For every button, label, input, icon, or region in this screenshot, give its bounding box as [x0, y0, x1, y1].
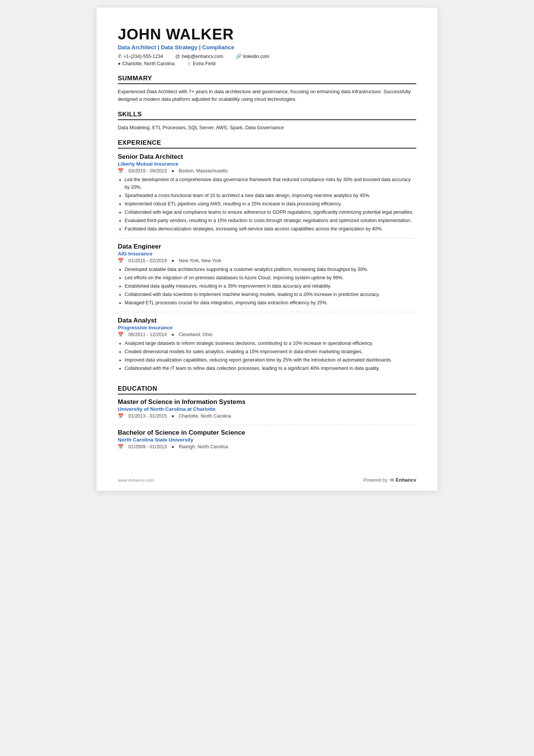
- extra-field-value: Extra Field: [193, 61, 215, 66]
- degree-2: Bachelor of Science in Computer Science: [118, 429, 416, 437]
- bullet-list-1: Led the development of a comprehensive d…: [125, 176, 416, 233]
- bullet-3-2: Created dimensional models for sales ana…: [125, 348, 416, 355]
- location-icon: ●: [118, 61, 121, 66]
- edu-location-2: Raleigh, North Carolina: [179, 444, 228, 449]
- edu-entry-2: Bachelor of Science in Computer Science …: [118, 429, 416, 455]
- job-title-3: Data Analyst: [118, 317, 416, 324]
- email-value: help@enhancv.com: [182, 54, 223, 59]
- job-meta-1: 📅 03/2019 - 09/2023 ● Boston, Massachuse…: [118, 168, 416, 174]
- edu-date-1: 01/2013 - 01/2015: [128, 413, 167, 419]
- location-value: Charlotte, North Carolina: [122, 61, 175, 66]
- resume-page: JOHN WALKER Data Architect | Data Strate…: [97, 8, 437, 491]
- bullet-1-2: Spearheaded a cross-functional team of 1…: [125, 192, 416, 199]
- calendar-icon-edu-1: 📅: [118, 413, 124, 419]
- edu-entry-1: Master of Science in Information Systems…: [118, 398, 416, 425]
- bullet-1-3: Implemented robust ETL pipelines using A…: [125, 200, 416, 208]
- degree-1: Master of Science in Information Systems: [118, 398, 416, 406]
- header: JOHN WALKER Data Architect | Data Strate…: [118, 26, 416, 67]
- phone-value: +1-(234)-555-1234: [123, 54, 163, 59]
- email-icon: @: [175, 53, 180, 59]
- job-location-3: Cleveland, Ohio: [179, 332, 212, 337]
- bullet-2-4: Collaborated with data scientists to imp…: [125, 291, 416, 298]
- job-entry-1: Senior Data Architect Liberty Mutual Ins…: [118, 153, 416, 238]
- calendar-icon-edu-2: 📅: [118, 444, 124, 449]
- bullet-1-4: Collaborated with legal and compliance t…: [125, 208, 416, 216]
- school-2: North Carolina State University: [118, 437, 416, 443]
- experience-section: EXPERIENCE Senior Data Architect Liberty…: [118, 139, 416, 377]
- enhancv-logo: ∞ Enhancv: [390, 476, 416, 484]
- bullet-1-5: Evaluated third-party vendors, resulting…: [125, 217, 416, 224]
- page-footer: www.enhancv.com Powered by ∞ Enhancv: [118, 476, 416, 484]
- date-range-3: 08/2011 - 12/2014: [128, 332, 167, 337]
- school-1: University of North Carolina at Charlott…: [118, 406, 416, 412]
- job-entry-3: Data Analyst Progressive Insurance 📅 08/…: [118, 317, 416, 377]
- bullet-list-3: Analyzed large datasets to inform strate…: [125, 340, 416, 372]
- location-icon-2: ●: [171, 258, 174, 263]
- bullet-list-2: Developed scalable data architectures su…: [125, 266, 416, 307]
- skills-section: SKILLS Data Modeling, ETL Processes, SQL…: [118, 111, 416, 131]
- candidate-title: Data Architect | Data Strategy | Complia…: [118, 44, 416, 50]
- bullet-3-1: Analyzed large datasets to inform strate…: [125, 340, 416, 347]
- link-icon: 🔗: [236, 53, 242, 59]
- location-contact: ● Charlotte, North Carolina: [118, 61, 175, 66]
- location-icon-3: ●: [171, 332, 174, 337]
- location-icon-1: ●: [171, 168, 174, 174]
- education-title: EDUCATION: [118, 385, 416, 394]
- company-3: Progressive Insurance: [118, 325, 416, 330]
- contact-row-1: ✆ +1-(234)-555-1234 @ help@enhancv.com 🔗…: [118, 53, 416, 60]
- location-icon-edu-2: ●: [171, 444, 174, 449]
- experience-title: EXPERIENCE: [118, 139, 416, 149]
- education-section: EDUCATION Master of Science in Informati…: [118, 385, 416, 455]
- contact-row-2: ● Charlotte, North Carolina ☆ Extra Fiel…: [118, 61, 416, 67]
- phone-contact: ✆ +1-(234)-555-1234: [118, 53, 163, 59]
- extra-field-contact: ☆ Extra Field: [187, 61, 215, 66]
- bullet-2-1: Developed scalable data architectures su…: [125, 266, 416, 273]
- bullet-2-5: Managed ETL processes crucial for data i…: [125, 299, 416, 307]
- skills-text: Data Modeling, ETL Processes, SQL Server…: [118, 124, 416, 131]
- linkedin-value: linkedin.com: [243, 54, 269, 59]
- bullet-1-6: Facilitated data democratization strateg…: [125, 225, 416, 233]
- edu-meta-2: 📅 01/2009 - 01/2013 ● Raleigh, North Car…: [118, 444, 416, 449]
- job-entry-2: Data Engineer AIG Insurance 📅 01/2015 - …: [118, 243, 416, 312]
- summary-text: Experienced Data Architect with 7+ years…: [118, 88, 416, 103]
- bullet-3-4: Collaborated with the IT team to refine …: [125, 365, 416, 372]
- date-range-2: 01/2015 - 02/2019: [128, 258, 167, 263]
- location-icon-edu-1: ●: [171, 413, 174, 419]
- powered-by-label: Powered by: [364, 477, 387, 483]
- edu-date-2: 01/2009 - 01/2013: [128, 444, 167, 449]
- star-icon: ☆: [187, 61, 191, 66]
- job-location-2: New York, New York: [179, 258, 222, 263]
- bullet-2-3: Established data quality measures, resul…: [125, 282, 416, 290]
- bullet-1-1: Led the development of a comprehensive d…: [125, 176, 416, 191]
- enhancv-logo-icon: ∞: [390, 476, 395, 484]
- summary-title: SUMMARY: [118, 75, 416, 84]
- candidate-name: JOHN WALKER: [118, 26, 416, 42]
- summary-section: SUMMARY Experienced Data Architect with …: [118, 75, 416, 103]
- email-contact: @ help@enhancv.com: [175, 53, 223, 59]
- bullet-2-2: Led efforts on the migration of on-premi…: [125, 274, 416, 282]
- calendar-icon-1: 📅: [118, 168, 124, 174]
- calendar-icon-2: 📅: [118, 258, 124, 263]
- company-1: Liberty Mutual Insurance: [118, 161, 416, 167]
- edu-meta-1: 📅 01/2013 - 01/2015 ● Charlotte, North C…: [118, 413, 416, 419]
- bullet-3-3: Improved data visualization capabilities…: [125, 356, 416, 364]
- brand-name: Enhancv: [396, 477, 416, 483]
- skills-title: SKILLS: [118, 111, 416, 120]
- footer-brand: Powered by ∞ Enhancv: [364, 476, 416, 484]
- date-range-1: 03/2019 - 09/2023: [128, 168, 167, 174]
- phone-icon: ✆: [118, 53, 122, 59]
- job-meta-3: 📅 08/2011 - 12/2014 ● Cleveland, Ohio: [118, 332, 416, 337]
- job-location-1: Boston, Massachusetts: [179, 168, 228, 174]
- edu-location-1: Charlotte, North Carolina: [179, 413, 231, 419]
- job-title-2: Data Engineer: [118, 243, 416, 250]
- footer-website: www.enhancv.com: [118, 478, 154, 482]
- company-2: AIG Insurance: [118, 251, 416, 257]
- job-title-1: Senior Data Architect: [118, 153, 416, 161]
- linkedin-contact: 🔗 linkedin.com: [236, 53, 269, 59]
- calendar-icon-3: 📅: [118, 332, 124, 337]
- job-meta-2: 📅 01/2015 - 02/2019 ● New York, New York: [118, 258, 416, 263]
